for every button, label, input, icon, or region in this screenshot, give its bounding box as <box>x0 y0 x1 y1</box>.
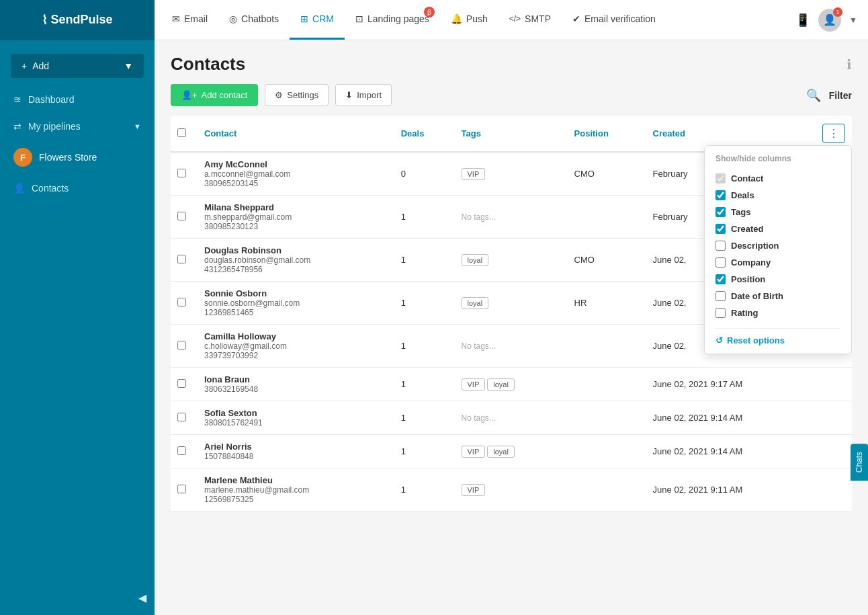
reset-options-link[interactable]: ↺ Reset options <box>715 328 840 345</box>
row-created: June 02, 2021 9:14 AM <box>646 435 816 468</box>
tag: loyal <box>462 297 489 309</box>
collapse-icon: ◀ <box>138 591 146 604</box>
logo-icon: ⌇ <box>42 13 48 28</box>
row-position <box>568 401 646 435</box>
col-company-checkbox[interactable] <box>715 257 726 268</box>
filter-button[interactable]: Filter <box>829 90 852 101</box>
settings-button[interactable]: ⚙ Settings <box>265 84 329 106</box>
sidebar-collapse-btn[interactable]: ◀ <box>0 591 155 604</box>
col-description-checkbox[interactable] <box>715 241 726 251</box>
nav-smtp[interactable]: </> SMTP <box>498 0 562 40</box>
row-checkbox-cell <box>171 468 198 511</box>
col-created-checkbox[interactable] <box>715 224 726 234</box>
col-tags-item[interactable]: Tags <box>715 204 840 220</box>
col-position-item[interactable]: Position <box>715 271 840 288</box>
nav-landing[interactable]: ⊡ Landing pages β <box>345 0 440 40</box>
columns-toggle-button[interactable]: ⋮ <box>822 124 845 143</box>
row-checkbox[interactable] <box>177 212 186 220</box>
add-button[interactable]: + Add ▼ <box>11 54 144 78</box>
search-icon[interactable]: 🔍 <box>806 88 821 103</box>
col-created-item[interactable]: Created <box>715 220 840 237</box>
contact-name: Sofia Sexton <box>204 408 388 418</box>
contact-email: m.sheppard@gmail.com <box>204 212 388 222</box>
th-tags: Tags <box>455 116 568 152</box>
toolbar: 👤+ Add contact ⚙ Settings ⬇ Import 🔍 Fil… <box>155 75 868 116</box>
pipelines-icon: ⇄ <box>13 121 21 132</box>
chats-tab[interactable]: Chats <box>851 444 868 481</box>
col-contact-checkbox[interactable] <box>715 173 726 183</box>
sidebar-item-dashboard[interactable]: ≋ Dashboard <box>0 86 155 113</box>
row-checkbox-cell <box>171 196 198 239</box>
row-position: CMO <box>568 152 646 196</box>
row-position <box>568 468 646 511</box>
contact-email: c.holloway@gmail.com <box>204 341 388 351</box>
row-tags: No tags... <box>455 401 568 435</box>
th-tags-label: Tags <box>462 128 481 138</box>
nav-email[interactable]: ✉ Email <box>161 0 218 40</box>
contacts-icon: 👤 <box>13 183 25 194</box>
col-rating-checkbox[interactable] <box>715 308 726 318</box>
col-dob-checkbox[interactable] <box>715 291 726 301</box>
contact-name: Sonnie Osborn <box>204 288 388 298</box>
info-icon[interactable]: ℹ <box>847 56 852 73</box>
landing-icon: ⊡ <box>355 13 363 24</box>
col-contact-item[interactable]: Contact <box>715 170 840 187</box>
col-position-checkbox[interactable] <box>715 274 726 284</box>
avatar[interactable]: 👤 1 <box>818 9 841 32</box>
content-header: Contacts ℹ <box>155 40 868 75</box>
dropdown-title: Show/hide columns <box>715 154 840 163</box>
col-tags-checkbox[interactable] <box>715 207 726 217</box>
logo-text: SendPulse <box>50 13 112 27</box>
row-contact: Sofia Sexton 3808015762491 <box>198 401 394 435</box>
row-checkbox[interactable] <box>177 341 186 350</box>
nav-push[interactable]: 🔔 Push <box>440 0 498 40</box>
add-contact-button[interactable]: 👤+ Add contact <box>171 84 258 106</box>
sidebar-item-pipelines[interactable]: ⇄ My pipelines ▼ <box>0 113 155 140</box>
col-deals-item[interactable]: Deals <box>715 187 840 204</box>
contact-email: a.mcconnel@gmail.com <box>204 169 388 179</box>
add-chevron: ▼ <box>124 60 133 71</box>
col-rating-item[interactable]: Rating <box>715 304 840 321</box>
sidebar-pipelines-label: My pipelines <box>28 121 81 132</box>
row-deals: 1 <box>394 368 455 401</box>
sidebar-item-contacts[interactable]: 👤 Contacts <box>0 175 155 202</box>
columns-dropdown: Show/hide columns Contact Deals <box>704 145 852 354</box>
row-created: June 02, 2021 9:11 AM <box>646 468 816 511</box>
th-actions: ⋮ Show/hide columns Contact D <box>816 116 852 152</box>
row-checkbox[interactable] <box>177 413 186 421</box>
col-dob-item[interactable]: Date of Birth <box>715 288 840 304</box>
contact-phone: 3808015762491 <box>204 418 388 427</box>
col-company-item[interactable]: Company <box>715 254 840 271</box>
select-all-checkbox[interactable] <box>177 128 186 137</box>
no-tags: No tags... <box>462 341 496 351</box>
no-tags: No tags... <box>462 413 496 423</box>
logo: ⌇ SendPulse <box>42 13 112 28</box>
row-position: HR <box>568 282 646 325</box>
nav-chatbots[interactable]: ◎ Chatbots <box>218 0 290 40</box>
row-checkbox[interactable] <box>177 485 186 493</box>
row-tags: VIP <box>455 152 568 196</box>
table-row: Iona Braun 3806321695481VIPloyalJune 02,… <box>171 368 852 401</box>
contact-phone: 339739703992 <box>204 351 388 360</box>
contact-name: Milana Sheppard <box>204 202 388 212</box>
avatar-chevron[interactable]: ▼ <box>849 15 857 25</box>
col-description-item[interactable]: Description <box>715 237 840 254</box>
mobile-icon[interactable]: 📱 <box>795 13 810 28</box>
logo-area: ⌇ SendPulse <box>0 0 155 40</box>
nav-crm[interactable]: ⊞ CRM <box>290 0 345 40</box>
col-deals-checkbox[interactable] <box>715 190 726 200</box>
row-checkbox-cell <box>171 368 198 401</box>
row-checkbox[interactable] <box>177 379 186 388</box>
row-tags: No tags... <box>455 325 568 368</box>
row-checkbox[interactable] <box>177 446 186 455</box>
th-select-all[interactable] <box>171 116 198 152</box>
row-checkbox[interactable] <box>177 255 186 263</box>
row-checkbox-cell <box>171 325 198 368</box>
reset-icon: ↺ <box>715 335 723 345</box>
import-button[interactable]: ⬇ Import <box>335 84 392 106</box>
contact-phone: 4312365478956 <box>204 265 388 274</box>
row-checkbox[interactable] <box>177 169 186 177</box>
row-checkbox[interactable] <box>177 298 186 306</box>
nav-verification[interactable]: ✔ Email verification <box>562 0 666 40</box>
sidebar-store[interactable]: F Flowers Store <box>0 140 155 175</box>
